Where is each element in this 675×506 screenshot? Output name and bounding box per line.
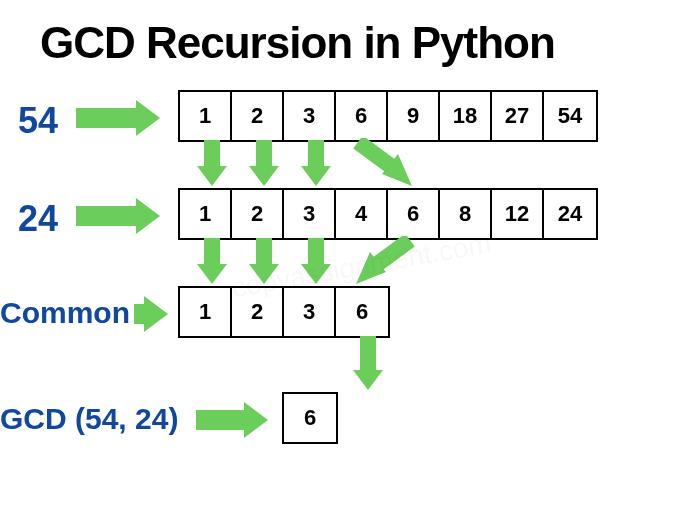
arrow-down-icon (301, 238, 331, 284)
arrow-down-icon (353, 336, 383, 390)
arrow-right-icon (134, 296, 168, 332)
label-24: 24 (18, 198, 58, 240)
arrow-down-icon (197, 140, 227, 186)
cell: 1 (180, 288, 232, 336)
cell: 6 (388, 190, 440, 238)
cell: 3 (284, 190, 336, 238)
cell: 27 (492, 92, 544, 140)
cell: 18 (440, 92, 492, 140)
cell: 24 (544, 190, 596, 238)
cell: 54 (544, 92, 596, 140)
cell: 9 (388, 92, 440, 140)
cell: 1 (180, 92, 232, 140)
label-common: Common (0, 296, 130, 330)
arrow-right-icon (76, 198, 160, 234)
arrow-right-icon (76, 100, 160, 136)
arrow-down-icon (249, 238, 279, 284)
arrow-diag-icon (344, 236, 424, 288)
arrow-down-icon (249, 140, 279, 186)
arrow-down-icon (197, 238, 227, 284)
arrow-down-icon (301, 140, 331, 186)
cell: 4 (336, 190, 388, 238)
label-54: 54 (18, 100, 58, 142)
cell: 2 (232, 190, 284, 238)
cell: 2 (232, 288, 284, 336)
page-title: GCD Recursion in Python (40, 18, 555, 68)
label-gcd: GCD (54, 24) (0, 402, 178, 436)
cell: 6 (336, 288, 388, 336)
cell: 2 (232, 92, 284, 140)
gcd-result-row: 6 (282, 392, 338, 444)
factors-54-row: 1 2 3 6 9 18 27 54 (178, 90, 598, 142)
cell: 8 (440, 190, 492, 238)
cell: 6 (284, 394, 336, 442)
factors-24-row: 1 2 3 4 6 8 12 24 (178, 188, 598, 240)
cell: 12 (492, 190, 544, 238)
cell: 1 (180, 190, 232, 238)
arrow-right-icon (196, 402, 268, 438)
cell: 3 (284, 288, 336, 336)
arrow-diag-icon (344, 138, 424, 190)
common-factors-row: 1 2 3 6 (178, 286, 390, 338)
cell: 3 (284, 92, 336, 140)
cell: 6 (336, 92, 388, 140)
